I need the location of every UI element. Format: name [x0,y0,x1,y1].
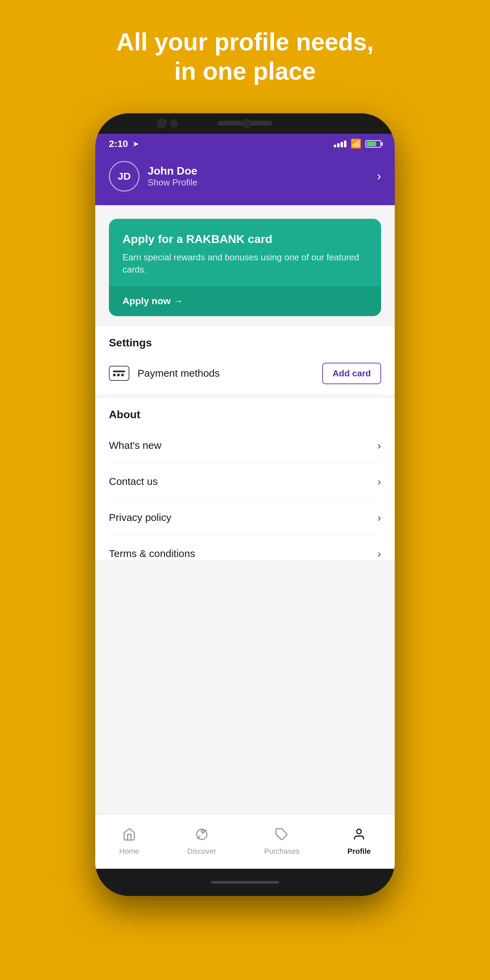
phone-camera-right [170,119,178,127]
apply-now-label: Apply now → [123,296,183,307]
status-time: 2:10 ➤ [109,138,138,150]
purchases-icon [275,827,288,844]
terms-label: Terms & conditions [109,548,195,559]
page-headline: All your profile needs, in one place [89,27,401,86]
phone-selfie-cam [242,119,251,128]
profile-nav-icon [352,827,366,844]
payment-left: Payment methods [109,366,220,381]
phone-camera-left [156,118,167,129]
show-profile-label: Show Profile [148,177,197,188]
contact-us-row[interactable]: Contact us › [109,464,381,500]
phone-screen: 2:10 ➤ 📶 JD [95,134,395,869]
nav-purchases[interactable]: Purchases [264,827,299,856]
profile-left: JD John Doe Show Profile [109,161,197,192]
status-icons: 📶 [334,138,381,149]
contact-us-label: Contact us [109,476,158,487]
whats-new-chevron-icon: › [377,439,381,452]
terms-chevron-icon: › [377,547,381,560]
terms-row[interactable]: Terms & conditions › [109,536,381,560]
privacy-policy-row[interactable]: Privacy policy › [109,500,381,536]
profile-nav-label: Profile [347,847,371,856]
profile-header[interactable]: JD John Doe Show Profile › [95,154,395,205]
settings-section: Settings [95,326,395,395]
rakbank-banner[interactable]: Apply for a RAKBANK card Earn special re… [109,219,381,316]
payment-methods-label: Payment methods [137,368,220,379]
apply-now-button[interactable]: Apply now → [109,286,381,316]
phone-frame: 2:10 ➤ 📶 JD [95,113,395,896]
discover-icon [195,827,208,844]
location-icon: ➤ [133,140,138,148]
banner-content: Apply for a RAKBANK card Earn special re… [109,219,381,286]
whats-new-row[interactable]: What's new › [109,428,381,464]
about-section: About What's new › Contact us › Privacy … [95,398,395,560]
avatar: JD [109,161,140,192]
purchases-nav-label: Purchases [264,847,299,856]
payment-methods-row: Payment methods Add card [109,356,381,395]
battery-icon [366,140,381,148]
whats-new-label: What's new [109,440,161,451]
status-bar: 2:10 ➤ 📶 [95,134,395,154]
settings-title: Settings [109,326,381,356]
nav-discover[interactable]: Discover [187,827,216,856]
privacy-policy-chevron-icon: › [377,511,381,524]
wifi-icon: 📶 [350,138,361,149]
banner-description: Earn special rewards and bonuses using o… [123,251,368,276]
nav-profile[interactable]: Profile [347,827,371,856]
privacy-policy-label: Privacy policy [109,512,171,523]
home-nav-label: Home [119,847,139,856]
banner-title: Apply for a RAKBANK card [123,232,368,246]
nav-home[interactable]: Home [119,827,139,856]
bottom-nav: Home Discover [95,814,395,869]
phone-bottom-bar [95,869,395,896]
add-card-button[interactable]: Add card [322,363,381,384]
banner-section: Apply for a RAKBANK card Earn special re… [95,205,395,323]
payment-methods-icon [109,366,129,381]
profile-info: John Doe Show Profile [148,165,197,188]
home-indicator [211,881,279,884]
screen-content: Apply for a RAKBANK card Earn special re… [95,205,395,869]
about-title: About [109,398,381,428]
home-icon [123,827,136,844]
profile-name: John Doe [148,165,197,177]
discover-nav-label: Discover [187,847,216,856]
svg-point-2 [357,829,361,834]
contact-us-chevron-icon: › [377,476,381,488]
profile-chevron-icon: › [377,169,381,183]
signal-icon [334,140,347,147]
